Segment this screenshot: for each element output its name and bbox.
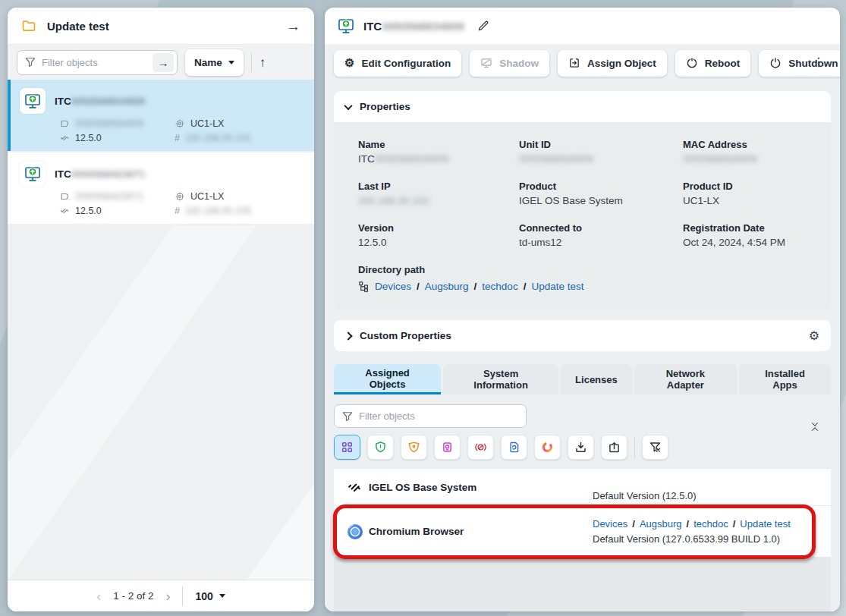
tree-icon [358,281,370,292]
breadcrumb-link[interactable]: techdoc [693,518,728,530]
sidebar-filter-input[interactable] [42,57,146,68]
caret-down-icon [219,594,225,598]
page-range-label: 1 - 2 of 2 [113,590,153,602]
divider [634,436,635,459]
unit-id-cell: 0050568934909 [59,118,175,129]
properties-section: Properties NameITC0050568934909 Unit ID0… [334,91,831,310]
chromium-icon [346,523,369,541]
device-meta: 0050568934909 UC1-LX 12.5.0 #192.168.30.… [59,118,305,143]
filter-clear-icon[interactable] [642,435,668,460]
circle-slash-icon[interactable] [467,435,494,460]
shadow-button[interactable]: Shadow [470,50,549,77]
funnel-icon [342,411,353,422]
download-icon[interactable] [568,435,594,460]
page-previous-icon[interactable]: ‹ [96,589,101,603]
tag-icon [59,118,70,129]
breadcrumb-link[interactable]: Devices [375,281,411,292]
shadow-monitor-icon [480,57,492,69]
breadcrumb: Devices / Augsburg / techdoc / Update te… [358,281,813,292]
device-list-item[interactable]: ITC0050568934909 0050568934909 UC1-LX 12… [8,80,314,152]
breadcrumb-link[interactable]: Devices [593,518,627,530]
detail-tabs: Assigned Objects System Information Lice… [334,364,831,394]
properties-section-label: Properties [360,101,410,112]
shield-green-icon[interactable] [367,435,394,460]
shutdown-button[interactable]: Shutdown [759,50,840,77]
detail-header: ITC0050568934909 [325,8,840,44]
tab-installed-apps[interactable]: Installed Apps [739,364,831,394]
empty-content-area [334,558,831,611]
page-size-selector[interactable]: 100 [195,590,225,602]
redacted-text: 0050568934909 [382,20,464,33]
grid-icon[interactable] [334,435,360,460]
caret-down-icon [228,61,234,64]
igel-logo-icon [346,479,369,495]
assigned-filter-field[interactable] [334,404,527,428]
breadcrumb-link[interactable]: techdoc [482,281,517,292]
sort-field-label: Name [194,57,222,68]
sidebar-header: Update test → [8,8,314,44]
custom-properties-gear-icon[interactable]: ⚙ [809,328,819,343]
rename-pencil-icon[interactable] [477,20,489,32]
chip-icon [175,191,185,202]
breadcrumb-separator: / [524,281,527,292]
property-field: Product IDUC1-LX [683,181,813,206]
assigned-object-details: Default Version (12.5.0) [593,469,819,505]
shield-orange-icon[interactable] [401,435,427,460]
properties-section-header[interactable]: Properties [334,91,831,122]
breadcrumb-link[interactable]: Augsburg [640,518,682,530]
divider [182,586,183,606]
filter-submit-arrow-icon[interactable]: → [153,53,174,72]
property-field: MAC Address0050568934909 [683,139,813,165]
sidebar-filter-field[interactable]: → [17,50,178,75]
chevron-right-icon [344,332,352,340]
gear-icon: ⚙ [344,56,354,70]
property-field: NameITC0050568934909 [358,139,519,165]
property-field: Connected totd-ums12 [519,222,683,248]
assigned-objects-toolbar [334,394,831,460]
sort-field-button[interactable]: Name [185,49,244,76]
property-field: Version12.5.0 [358,222,519,248]
assigned-object-row-highlighted[interactable]: Chromium Browser Devices / Augsburg / te… [334,506,831,558]
breadcrumb-separator: / [417,281,420,292]
assign-object-button[interactable]: Assign Object [558,50,667,77]
breadcrumb-link[interactable]: Update test [531,281,583,292]
assign-box-icon [568,57,580,69]
breadcrumb-separator: / [687,518,690,530]
import-icon[interactable] [601,435,627,460]
property-field: Last IP192.168.30.102 [358,181,519,206]
tab-licenses[interactable]: Licenses [561,364,632,394]
device-name: ITC0050568423671 [55,168,145,180]
expand-panel-arrow-icon[interactable]: → [286,19,300,33]
redacted-text: 0050568934909 [519,153,593,165]
tab-network-adapter[interactable]: Network Adapter [634,364,737,394]
device-badge-icon[interactable] [434,435,461,460]
edit-configuration-button[interactable]: ⚙ Edit Configuration [334,50,461,77]
assigned-objects-list: IGEL OS Base System Default Version (12.… [334,468,831,558]
breadcrumb-link[interactable]: Update test [740,518,791,530]
assigned-object-version: Default Version (127.0.6533.99 BUILD 1.0… [593,533,819,545]
hash-icon: # [175,133,180,143]
device-title: ITC0050568934909 [363,20,464,33]
device-list-item[interactable]: ITC0050568423671 0050568423671 UC1-LX 12… [8,152,314,225]
tab-assigned-objects[interactable]: Assigned Objects [334,364,441,394]
more-actions-kebab-icon[interactable]: ⋮ [813,55,825,69]
device-name: ITC0050568934909 [55,96,145,107]
custom-properties-section-header[interactable]: Custom Properties ⚙ [334,320,831,351]
swirl-icon[interactable] [534,435,561,460]
assigned-object-row[interactable]: IGEL OS Base System Default Version (12.… [334,468,831,506]
divider [251,52,252,72]
tab-system-information[interactable]: System Information [443,364,558,394]
detail-content: Properties NameITC0050568934909 Unit ID0… [325,82,840,611]
page-next-icon[interactable]: › [165,589,170,603]
breadcrumb-link[interactable]: Augsburg [425,281,469,292]
ip-cell: #192.168.30.105 [175,206,305,216]
document-icon[interactable] [501,435,527,460]
assigned-filter-input[interactable] [359,410,523,422]
reboot-button[interactable]: Reboot [675,50,751,77]
version-cell: 12.5.0 [59,133,175,143]
device-status-icon [20,161,46,187]
collapse-section-icon[interactable] [813,422,817,432]
sort-direction-up-icon[interactable]: ↑ [259,56,266,69]
assigned-object-details: Devices / Augsburg / techdoc / Update te… [593,506,819,557]
tag-icon [59,191,70,202]
